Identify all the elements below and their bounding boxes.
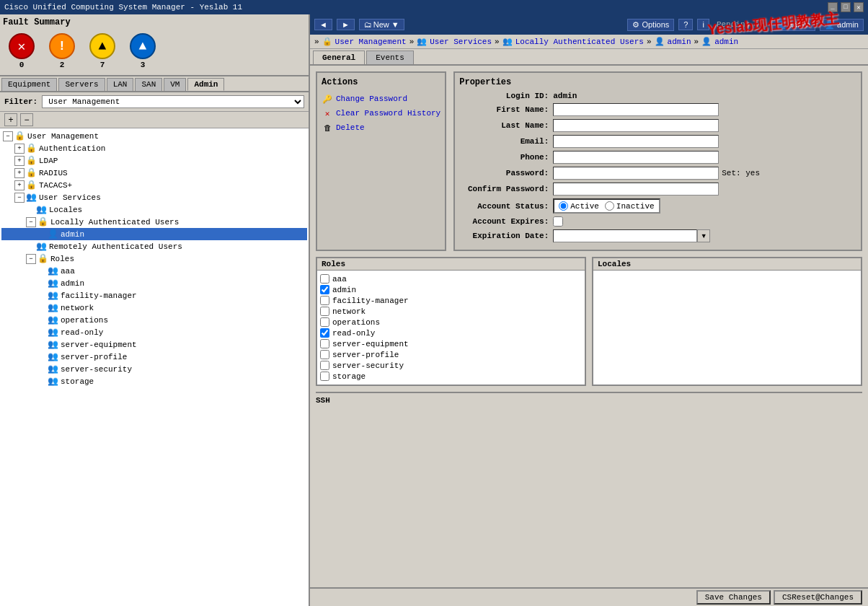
expander-radius[interactable]: +	[14, 168, 25, 178]
account-expires-checkbox[interactable]	[553, 216, 563, 227]
roles-box: Roles aaa admin facility-manager	[316, 257, 586, 386]
role-cb-operations[interactable]	[320, 317, 329, 327]
role-cb-admin[interactable]	[320, 285, 329, 294]
reset-changes-btn[interactable]: CSReset@Changes	[774, 590, 862, 605]
tree-item-tacacs[interactable]: + 🔒 TACACS+	[1, 179, 307, 191]
expander-locally-auth[interactable]: −	[26, 217, 36, 227]
fault-major[interactable]: ! 2	[49, 33, 75, 69]
tree-item-remote-auth[interactable]: 👥 Remotely Authenticated Users	[1, 240, 307, 252]
email-input[interactable]	[553, 135, 719, 148]
tree-item-role-server-eq[interactable]: 👥 server-equipment	[1, 338, 307, 351]
role-label-admin: admin	[332, 286, 356, 294]
tab-equipment[interactable]: Equipment	[1, 78, 57, 91]
tree-item-role-server-prof[interactable]: 👥 server-profile	[1, 351, 307, 363]
tree-item-locally-auth[interactable]: − 🔒 Locally Authenticated Users	[1, 216, 307, 228]
roles-box-title: Roles	[317, 258, 585, 271]
status-bar: Save Changes CSReset@Changes	[310, 587, 868, 606]
tree-item-role-aaa[interactable]: 👥 aaa	[1, 265, 307, 277]
tab-lan[interactable]: LAN	[107, 78, 134, 91]
tab-general[interactable]: General	[313, 50, 365, 64]
tab-vm[interactable]: VM	[164, 78, 186, 91]
radio-active-input[interactable]	[559, 201, 568, 211]
tree-item-role-admin[interactable]: 👥 admin	[1, 277, 307, 289]
change-password-action[interactable]: 🔑 Change Password	[322, 92, 440, 106]
radio-inactive[interactable]: Inactive	[605, 201, 655, 211]
breadcrumb-locally-auth[interactable]: Locally Authenticated Users	[515, 38, 644, 46]
properties-title: Properties	[459, 77, 856, 87]
forward-btn[interactable]: ►	[337, 19, 355, 30]
ssh-section: SSH	[316, 392, 862, 405]
close-btn[interactable]: ✕	[854, 2, 864, 12]
clear-password-action[interactable]: ✕ Clear Password History	[322, 106, 440, 120]
filter-bar: Filter: User Management	[0, 92, 309, 112]
tab-events[interactable]: Events	[366, 50, 414, 64]
role-label-server-equipment: server-equipment	[332, 340, 409, 348]
expander-ldap[interactable]: +	[14, 156, 25, 166]
role-item-server-equipment: server-equipment	[320, 338, 582, 349]
phone-input[interactable]	[553, 151, 719, 164]
tab-san[interactable]: SAN	[135, 78, 162, 91]
tree-item-role-server-sec[interactable]: 👥 server-security	[1, 363, 307, 375]
tree-add-btn[interactable]: +	[4, 113, 17, 126]
last-name-input[interactable]	[553, 119, 719, 132]
tree-item-authentication[interactable]: + 🔒 Authentication	[1, 142, 307, 154]
role-cb-server-security[interactable]	[320, 361, 329, 370]
save-changes-btn[interactable]: Save Changes	[696, 590, 771, 605]
tree-item-locales[interactable]: 👥 Locales	[1, 203, 307, 216]
fault-minor[interactable]: ▲ 7	[89, 33, 115, 69]
tree-item-radius[interactable]: + 🔒 RADIUS	[1, 167, 307, 179]
first-name-input[interactable]	[553, 103, 719, 116]
tab-servers[interactable]: Servers	[58, 78, 105, 91]
tree-item-ldap[interactable]: + 🔒 LDAP	[1, 154, 307, 167]
last-name-row: Last Name:	[459, 119, 856, 132]
expander-user-services[interactable]: −	[14, 193, 25, 203]
tree-remove-btn[interactable]: −	[20, 113, 33, 126]
tree-item-role-network[interactable]: 👥 network	[1, 302, 307, 314]
password-input[interactable]	[553, 167, 719, 180]
tree-item-role-read-only[interactable]: 👥 read-only	[1, 326, 307, 338]
radio-inactive-input[interactable]	[605, 201, 614, 211]
tab-admin[interactable]: Admin	[187, 78, 224, 91]
role-cb-facility-manager[interactable]	[320, 296, 329, 305]
tree-item-role-storage[interactable]: 👥 storage	[1, 375, 307, 387]
tree-item-user-mgmt[interactable]: − 🔒 User Management	[1, 130, 307, 142]
radio-active[interactable]: Active	[559, 201, 599, 211]
fault-critical[interactable]: ✕ 0	[9, 33, 35, 69]
account-expires-row: Account Expires:	[459, 216, 856, 227]
actions-box: Actions 🔑 Change Password ✕ Clear Passwo…	[316, 71, 446, 251]
new-btn[interactable]: 🗂 New ▼	[359, 19, 404, 30]
role-item-storage: storage	[320, 371, 582, 382]
tree-item-roles[interactable]: − 🔒 Roles	[1, 252, 307, 265]
tree-item-admin-user[interactable]: 👤 admin	[1, 228, 307, 240]
expander-roles[interactable]: −	[26, 254, 36, 264]
fault-info[interactable]: ▲ 3	[130, 33, 156, 69]
maximize-btn[interactable]: □	[841, 2, 851, 12]
account-expires-label: Account Expires:	[459, 217, 553, 226]
content-tabs: General Events	[310, 49, 868, 66]
breadcrumb-user-mgmt[interactable]: User Management	[335, 38, 407, 46]
role-cb-storage[interactable]	[320, 372, 329, 381]
tree-item-role-facility[interactable]: 👥 facility-manager	[1, 289, 307, 302]
role-cb-network[interactable]	[320, 307, 329, 316]
options-btn[interactable]: ⚙ Options	[627, 19, 674, 31]
filter-select[interactable]: User Management	[42, 95, 304, 108]
expander-authentication[interactable]: +	[14, 144, 25, 154]
role-cb-server-profile[interactable]	[320, 350, 329, 359]
role-cb-read-only[interactable]	[320, 328, 329, 338]
expiration-date-input[interactable]	[553, 229, 697, 242]
role-cb-aaa[interactable]	[320, 274, 329, 284]
delete-action[interactable]: 🗑 Delete	[322, 120, 440, 135]
expander-user-mgmt[interactable]: −	[3, 131, 13, 141]
expiration-date-dropdown-btn[interactable]: ▼	[697, 229, 710, 242]
role-label-facility-manager: facility-manager	[332, 297, 409, 305]
tree-item-role-operations[interactable]: 👥 operations	[1, 314, 307, 326]
tree-item-user-services[interactable]: − 👥 User Services	[1, 191, 307, 203]
expander-tacacs[interactable]: +	[14, 180, 25, 190]
help-btn[interactable]: ?	[678, 19, 693, 30]
back-btn[interactable]: ◄	[314, 19, 332, 30]
breadcrumb-admin1[interactable]: admin	[668, 38, 691, 46]
confirm-pwd-input[interactable]	[553, 183, 719, 196]
role-cb-server-equipment[interactable]	[320, 339, 329, 348]
breadcrumb-user-services[interactable]: User Services	[430, 38, 492, 46]
role-item-server-security: server-security	[320, 360, 582, 371]
